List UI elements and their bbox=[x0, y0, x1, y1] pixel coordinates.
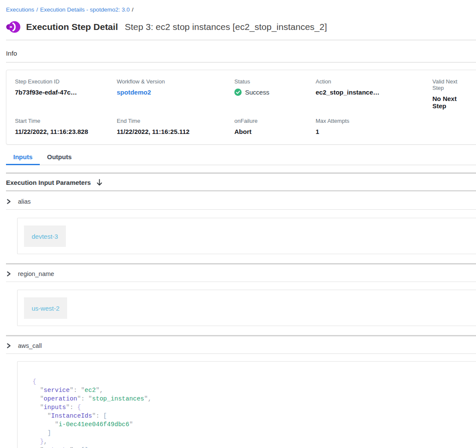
chevron-right-icon bbox=[6, 271, 12, 277]
section-alias-toggle[interactable]: alias bbox=[6, 196, 476, 207]
page-subtitle: Step 3: ec2 stop instances [ec2_stop_ins… bbox=[125, 22, 327, 32]
field-label: Workflow & Version bbox=[117, 78, 234, 85]
divider bbox=[6, 172, 476, 174]
field-label: Max Attempts bbox=[316, 118, 432, 124]
divider bbox=[6, 263, 476, 264]
tab-inputs[interactable]: Inputs bbox=[6, 153, 40, 165]
breadcrumb-link-executions[interactable]: Executions bbox=[6, 6, 34, 13]
field-step-execution-id: Step Execution ID 7b73f93e-edaf-47c… bbox=[15, 78, 117, 110]
aws-call-json: { "service": "ec2", "operation": "stop_i… bbox=[33, 377, 470, 448]
field-label: Step Execution ID bbox=[15, 78, 117, 85]
field-end-time: End Time 11/22/2022, 11:16:25.112 bbox=[117, 118, 234, 135]
field-action: Action ec2_stop_instance… bbox=[316, 78, 432, 110]
breadcrumb-trailing-separator: / bbox=[132, 6, 133, 13]
field-workflow-version: Workflow & Version spotdemo2 bbox=[117, 78, 234, 110]
divider bbox=[6, 209, 476, 210]
field-value: Abort bbox=[234, 128, 316, 135]
field-valid-next-step: Valid Next Step No Next Step bbox=[432, 78, 470, 110]
info-card: Step Execution ID 7b73f93e-edaf-47c… Wor… bbox=[6, 70, 476, 145]
divider bbox=[6, 190, 476, 191]
page-title: Execution Step Detail bbox=[26, 22, 118, 32]
execution-input-parameters-header: Execution Input Parameters bbox=[6, 179, 476, 186]
field-label: Start Time bbox=[15, 118, 117, 124]
field-value: 7b73f93e-edaf-47c… bbox=[15, 89, 117, 96]
check-circle-icon bbox=[234, 89, 242, 96]
field-label: Status bbox=[234, 78, 316, 85]
tab-outputs[interactable]: Outputs bbox=[40, 153, 79, 165]
divider bbox=[6, 40, 476, 40]
field-onfailure: onFailure Abort bbox=[234, 118, 316, 135]
section-region-name-label: region_name bbox=[18, 270, 54, 277]
section-alias-label: alias bbox=[18, 198, 31, 205]
divider bbox=[6, 282, 476, 282]
page-header: Execution Step Detail Step 3: ec2 stop i… bbox=[6, 20, 476, 34]
section-aws-call-label: aws_call bbox=[18, 342, 42, 349]
field-value: ec2_stop_instance… bbox=[316, 89, 432, 96]
workflow-version-link[interactable]: spotdemo2 bbox=[117, 89, 234, 96]
region-name-value: us-west-2 bbox=[32, 305, 59, 312]
field-status: Status Success bbox=[234, 78, 316, 110]
info-section-title: Info bbox=[6, 50, 476, 57]
field-max-attempts: Max Attempts 1 bbox=[316, 118, 432, 135]
chevron-right-icon bbox=[6, 199, 12, 205]
alias-value: devtest-3 bbox=[32, 233, 58, 240]
aws-call-panel: { "service": "ec2", "operation": "stop_i… bbox=[17, 361, 476, 448]
breadcrumb-link-execution-details[interactable]: Execution Details - spotdemo2: 3.0 bbox=[40, 6, 130, 13]
field-value: 1 bbox=[316, 128, 432, 135]
region-name-value-chip[interactable]: us-west-2 bbox=[24, 297, 67, 319]
divider bbox=[6, 353, 476, 354]
divider bbox=[6, 62, 476, 62]
alias-value-chip[interactable]: devtest-3 bbox=[24, 225, 66, 247]
field-start-time: Start Time 11/22/2022, 11:16:23.828 bbox=[15, 118, 117, 135]
execution-input-parameters-label: Execution Input Parameters bbox=[6, 179, 91, 186]
breadcrumb-separator: / bbox=[36, 6, 38, 13]
status-badge: Success bbox=[245, 89, 269, 96]
field-label: onFailure bbox=[234, 118, 316, 124]
field-value: 11/22/2022, 11:16:25.112 bbox=[117, 128, 234, 135]
section-aws-call-toggle[interactable]: aws_call bbox=[6, 341, 476, 351]
field-label: Valid Next Step bbox=[432, 78, 470, 91]
field-label: End Time bbox=[117, 118, 234, 124]
page: Executions/Execution Details - spotdemo2… bbox=[0, 0, 476, 448]
alias-panel: devtest-3 bbox=[17, 218, 476, 254]
divider bbox=[6, 335, 476, 336]
field-value: 11/22/2022, 11:16:23.828 bbox=[15, 128, 117, 135]
chevron-right-icon bbox=[6, 343, 12, 349]
region-name-panel: us-west-2 bbox=[17, 290, 476, 326]
field-value: No Next Step bbox=[432, 95, 470, 110]
workflow-logo-icon bbox=[6, 20, 21, 34]
tab-bar: Inputs Outputs bbox=[6, 153, 476, 165]
sort-arrow-down-icon[interactable] bbox=[96, 179, 103, 186]
field-label: Action bbox=[316, 78, 432, 85]
breadcrumb: Executions/Execution Details - spotdemo2… bbox=[6, 0, 476, 13]
section-region-name-toggle[interactable]: region_name bbox=[6, 269, 476, 279]
